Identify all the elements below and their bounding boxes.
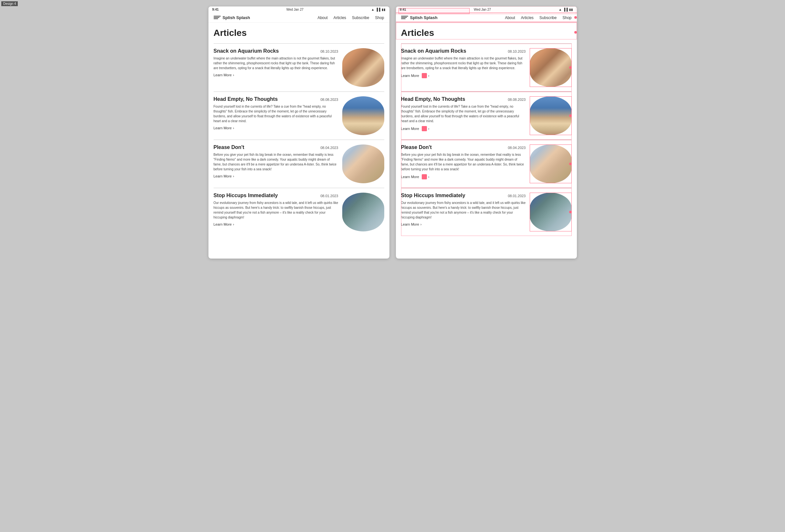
nav-shop-right[interactable]: Shop bbox=[562, 16, 572, 20]
article-title-2-right: Head Empty, No Thoughts bbox=[401, 96, 465, 102]
article-text-4-right: Stop Hiccups Immediately 08.01.2023 Our … bbox=[401, 193, 526, 226]
article-body-2-right: Found yourself lost in the currents of l… bbox=[401, 104, 526, 124]
learn-more-3-right[interactable]: Learn More › bbox=[401, 174, 526, 179]
article-date-1-left: 08.10.2023 bbox=[320, 49, 338, 53]
learn-more-1-left[interactable]: Learn More › bbox=[213, 73, 338, 77]
battery-icon: ▮▮ bbox=[382, 8, 385, 11]
nav-links-left: About Articles Subscribe Shop bbox=[318, 15, 384, 20]
article-item-4-right: Stop Hiccups Immediately 08.01.2023 Our … bbox=[401, 188, 572, 236]
learn-more-2-left[interactable]: Learn More › bbox=[213, 126, 338, 130]
article-image-3-left bbox=[342, 145, 384, 183]
screens-container: 9:41 Wed Jan 27 ▲ ▐▐ ▮▮ Splish Splash Ab… bbox=[6, 6, 779, 258]
chevron-right-icon-r4: › bbox=[421, 222, 422, 226]
design-label: Design 4 bbox=[1, 1, 18, 6]
annotation-nav-line-top bbox=[396, 12, 577, 13]
article-image-4-right bbox=[530, 193, 572, 231]
nav-logo-left[interactable]: Splish Splash bbox=[213, 15, 250, 20]
learn-more-4-left[interactable]: Learn More › bbox=[213, 222, 338, 226]
status-date: Wed Jan 27 bbox=[286, 8, 303, 11]
article-title-3-right: Please Don't bbox=[401, 145, 432, 150]
article-date-3-left: 08.04.2023 bbox=[320, 146, 338, 150]
nav-subscribe-right[interactable]: Subscribe bbox=[539, 16, 557, 20]
chevron-right-icon-3: › bbox=[233, 174, 234, 178]
annotation-img-3-box bbox=[530, 145, 572, 183]
article-date-1-right: 08.10.2023 bbox=[508, 49, 526, 53]
article-text-2-right: Head Empty, No Thoughts 08.08.2023 Found… bbox=[401, 96, 526, 131]
nav-shop-left[interactable]: Shop bbox=[375, 16, 384, 20]
article-image-1-right bbox=[530, 48, 572, 87]
chevron-right-icon-4: › bbox=[233, 222, 234, 226]
page-title-left: Articles bbox=[213, 28, 384, 38]
annotation-img-1-box bbox=[530, 48, 572, 87]
right-screen: 9:41 Wed Jan 27 ▲ ▐▐ ▮▮ Splish Splash Ab… bbox=[396, 6, 577, 258]
learn-more-1-right[interactable]: Learn More › bbox=[401, 73, 526, 78]
article-title-2-left: Head Empty, No Thoughts bbox=[213, 96, 278, 102]
article-body-2-left: Found yourself lost in the currents of l… bbox=[213, 104, 338, 124]
article-text-1-right: Snack on Aquarium Rocks 08.10.2023 Imagi… bbox=[401, 48, 526, 78]
article-image-2-left bbox=[342, 96, 384, 135]
logo-wave-icon bbox=[213, 16, 221, 19]
page-content-right: Articles Snack on Aquarium Rocks 08.10.2… bbox=[396, 23, 577, 241]
article-date-2-right: 08.08.2023 bbox=[508, 98, 526, 101]
nav-about-left[interactable]: About bbox=[318, 16, 327, 20]
article-item-2-left: Head Empty, No Thoughts 08.08.2023 Found… bbox=[213, 92, 384, 140]
status-time: 9:41 bbox=[212, 8, 219, 11]
nav-right: Splish Splash About Articles Subscribe S… bbox=[396, 12, 577, 23]
article-title-4-left: Stop Hiccups Immediately bbox=[213, 193, 278, 199]
article-body-4-left: Our evolutionary journey from fishy ance… bbox=[213, 200, 338, 220]
status-icons: ▲ ▐▐ ▮▮ bbox=[371, 8, 385, 11]
article-text-3-right: Please Don't 08.04.2023 Before you give … bbox=[401, 145, 526, 179]
article-date-4-right: 08.01.2023 bbox=[508, 194, 526, 198]
article-date-3-right: 08.04.2023 bbox=[508, 146, 526, 150]
article-text-2-left: Head Empty, No Thoughts 08.08.2023 Found… bbox=[213, 96, 338, 130]
article-image-3-right bbox=[530, 145, 572, 183]
article-item-4-left: Stop Hiccups Immediately 08.01.2023 Our … bbox=[213, 188, 384, 236]
learn-more-2-right[interactable]: Learn More › bbox=[401, 126, 526, 131]
article-body-3-left: Before you give your pet fish its big br… bbox=[213, 152, 338, 172]
signal-icon-right: ▐▐ bbox=[563, 8, 567, 11]
learn-more-4-right[interactable]: Learn More › bbox=[401, 222, 526, 226]
left-screen: 9:41 Wed Jan 27 ▲ ▐▐ ▮▮ Splish Splash Ab… bbox=[208, 6, 389, 258]
article-item-1-left: Snack on Aquarium Rocks 08.10.2023 Imagi… bbox=[213, 43, 384, 92]
logo-wave-icon-right bbox=[401, 16, 408, 19]
nav-about-right[interactable]: About bbox=[505, 16, 515, 20]
learn-more-3-left[interactable]: Learn More › bbox=[213, 174, 338, 178]
chevron-right-icon-r2: › bbox=[428, 127, 430, 131]
article-title-1-right: Snack on Aquarium Rocks bbox=[401, 48, 466, 54]
nav-subscribe-left[interactable]: Subscribe bbox=[352, 16, 369, 20]
status-icons-right: ▲ ▐▐ ▮▮ bbox=[558, 8, 573, 11]
article-title-4-right: Stop Hiccups Immediately bbox=[401, 193, 465, 199]
status-date-right: Wed Jan 27 bbox=[474, 8, 491, 11]
article-date-2-left: 08.08.2023 bbox=[320, 98, 338, 101]
battery-icon-right: ▮▮ bbox=[569, 8, 573, 11]
nav-logo-right[interactable]: Splish Splash bbox=[401, 15, 437, 20]
article-text-3-left: Please Don't 08.04.2023 Before you give … bbox=[213, 145, 338, 178]
wifi-icon-right: ▲ bbox=[558, 8, 562, 11]
status-bar-left: 9:41 Wed Jan 27 ▲ ▐▐ ▮▮ bbox=[208, 6, 389, 12]
nav-articles-left[interactable]: Articles bbox=[333, 16, 346, 20]
annotation-learn-more-box-1 bbox=[422, 73, 427, 78]
chevron-right-icon-r3: › bbox=[428, 175, 430, 179]
status-time-right: 9:41 bbox=[400, 8, 406, 11]
article-text-4-left: Stop Hiccups Immediately 08.01.2023 Our … bbox=[213, 193, 338, 226]
annotation-nav-line-bottom bbox=[396, 22, 577, 22]
article-image-1-left bbox=[342, 48, 384, 87]
status-bar-right: 9:41 Wed Jan 27 ▲ ▐▐ ▮▮ bbox=[396, 6, 577, 12]
article-image-4-left bbox=[342, 193, 384, 231]
annotation-img-4-box bbox=[530, 193, 572, 231]
article-body-3-right: Before you give your pet fish its big br… bbox=[401, 152, 526, 172]
article-image-2-right bbox=[530, 96, 572, 135]
article-body-4-right: Our evolutionary journey from fishy ance… bbox=[401, 200, 526, 220]
annotation-dot-nav bbox=[574, 16, 577, 19]
nav-links-right: About Articles Subscribe Shop bbox=[505, 15, 572, 20]
annotation-dot-title bbox=[574, 31, 577, 34]
chevron-right-icon-2: › bbox=[233, 126, 234, 130]
annotation-learn-more-box-3 bbox=[422, 174, 427, 179]
logo-text-right: Splish Splash bbox=[410, 15, 437, 20]
annotation-img-2-box bbox=[530, 96, 572, 135]
annotation-learn-more-box-2 bbox=[422, 126, 427, 131]
nav-articles-right[interactable]: Articles bbox=[521, 16, 534, 20]
logo-text-left: Splish Splash bbox=[223, 15, 250, 20]
article-item-1-right: Snack on Aquarium Rocks 08.10.2023 Imagi… bbox=[401, 43, 572, 92]
article-item-2-right: Head Empty, No Thoughts 08.08.2023 Found… bbox=[401, 92, 572, 140]
